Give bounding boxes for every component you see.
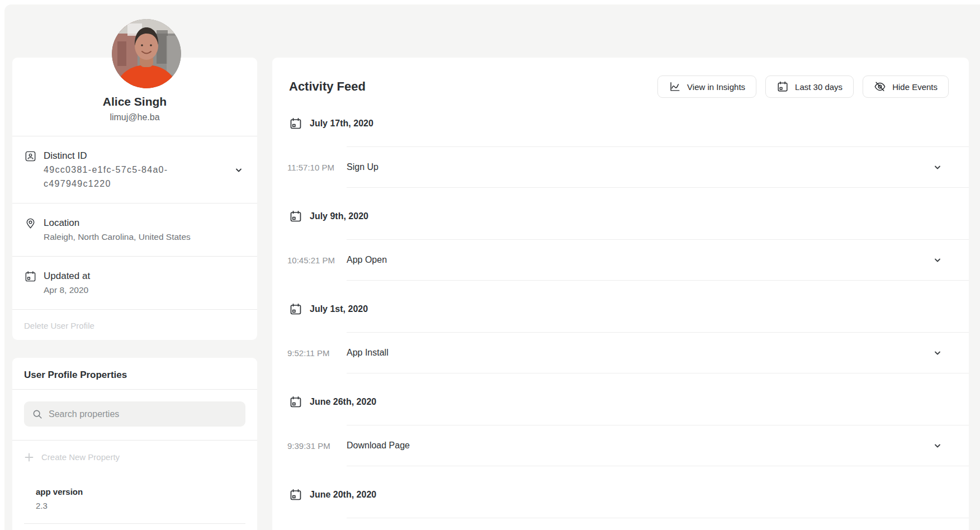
- distinct-id-section: Distinct ID 49cc0381-e1fc-57c5-84a0-c497…: [12, 136, 257, 203]
- event-name: App Install: [347, 348, 389, 358]
- group-date-label: July 17th, 2020: [310, 119, 373, 129]
- date-group-header: July 17th, 2020: [288, 116, 969, 131]
- event-time: 9:39:31 PM: [287, 441, 343, 451]
- distinct-id-value: 49cc0381-e1fc-57c5-84a0-c497949c1220: [44, 163, 189, 191]
- event-name: App Open: [347, 255, 387, 265]
- location-pin-icon: [24, 216, 37, 230]
- create-new-property-button[interactable]: Create New Property: [24, 450, 245, 465]
- event-date-group: July 17th, 2020 11:57:10 PM Sign Up: [288, 116, 969, 188]
- chevron-down-icon[interactable]: [933, 255, 942, 264]
- search-properties-input[interactable]: [49, 409, 238, 419]
- eye-off-icon: [874, 81, 886, 93]
- date-range-label: Last 30 days: [795, 82, 842, 92]
- event-time: 10:45:21 PM: [287, 255, 343, 265]
- chevron-down-icon[interactable]: [933, 348, 942, 357]
- create-new-property-label: Create New Property: [41, 450, 120, 465]
- updated-at-label: Updated at: [44, 269, 228, 283]
- date-range-button[interactable]: Last 30 days: [765, 75, 854, 98]
- group-date-label: June 20th, 2020: [310, 490, 376, 500]
- line-chart-icon: [669, 81, 681, 93]
- event-time: 11:57:10 PM: [287, 163, 343, 172]
- location-section: Location Raleigh, North Carolina, United…: [12, 203, 257, 256]
- hide-events-button[interactable]: Hide Events: [863, 75, 949, 98]
- search-box[interactable]: [24, 401, 245, 427]
- group-date-label: July 9th, 2020: [310, 211, 368, 221]
- date-group-header: July 1st, 2020: [288, 301, 969, 317]
- event-name: Sign Up: [347, 162, 378, 172]
- event-row[interactable]: 9:39:31 PM Download Page: [347, 425, 969, 466]
- profile-card: Alice Singh limuj@he.ba Distinct ID 49cc…: [12, 58, 257, 340]
- group-date-label: June 26th, 2020: [310, 397, 376, 407]
- date-group-header: July 9th, 2020: [288, 209, 969, 224]
- view-in-insights-label: View in Insights: [687, 82, 745, 92]
- user-profile-properties-title: User Profile Properties: [24, 368, 245, 382]
- delete-user-profile-button[interactable]: Delete User Profile: [12, 309, 257, 342]
- search-icon: [32, 409, 43, 420]
- date-group-header: June 26th, 2020: [288, 394, 969, 410]
- date-group-header: June 20th, 2020: [288, 487, 969, 503]
- profile-name: Alice Singh: [24, 93, 245, 110]
- hide-events-label: Hide Events: [892, 82, 938, 92]
- user-profile-properties-card: User Profile Properties: [12, 358, 257, 530]
- calendar-icon: [289, 395, 302, 409]
- calendar-icon: [777, 81, 789, 93]
- calendar-icon: [289, 302, 302, 316]
- property-value: 2.3: [36, 499, 234, 513]
- event-row[interactable]: 9:52:11 PM App Install: [347, 332, 969, 373]
- location-value: Raleigh, North Carolina, United States: [44, 230, 228, 244]
- event-name: Download Page: [347, 441, 410, 451]
- calendar-icon: [24, 269, 37, 283]
- plus-icon: [24, 452, 34, 462]
- group-date-label: July 1st, 2020: [310, 304, 368, 314]
- event-date-group: July 1st, 2020 9:52:11 PM App Install: [288, 301, 969, 373]
- event-row[interactable]: 11:57:10 PM Sign Up: [347, 146, 969, 188]
- distinct-id-label: Distinct ID: [44, 149, 228, 163]
- chevron-down-icon[interactable]: [933, 163, 942, 172]
- search-section: [12, 389, 257, 440]
- property-list-item[interactable]: app version 2.3: [24, 485, 245, 523]
- event-row[interactable]: [347, 518, 969, 530]
- user-profile-page: Alice Singh limuj@he.ba Distinct ID 49cc…: [0, 0, 980, 530]
- divider: [24, 523, 245, 524]
- id-badge-icon: [24, 149, 37, 163]
- activity-feed-header: Activity Feed View in Insights: [288, 58, 969, 98]
- event-date-group: June 26th, 2020 9:39:31 PM Download Page: [288, 394, 969, 466]
- property-name: app version: [36, 485, 234, 499]
- profile-email: limuj@he.ba: [24, 110, 245, 125]
- event-time: 9:52:11 PM: [287, 348, 343, 358]
- avatar: [112, 19, 181, 88]
- activity-feed-card: Activity Feed View in Insights: [272, 58, 969, 530]
- view-in-insights-button[interactable]: View in Insights: [657, 75, 756, 98]
- calendar-icon: [289, 117, 302, 130]
- event-date-group: June 20th, 2020: [288, 487, 969, 530]
- updated-at-value: Apr 8, 2020: [44, 283, 228, 297]
- event-row[interactable]: 10:45:21 PM App Open: [347, 239, 969, 281]
- location-label: Location: [44, 216, 228, 230]
- event-date-group: July 9th, 2020 10:45:21 PM App Open: [288, 209, 969, 281]
- activity-feed-title: Activity Feed: [289, 79, 657, 94]
- updated-at-section: Updated at Apr 8, 2020: [12, 256, 257, 309]
- calendar-icon: [289, 210, 302, 223]
- calendar-icon: [289, 488, 302, 501]
- chevron-down-icon[interactable]: [933, 441, 942, 450]
- chevron-down-icon[interactable]: [234, 165, 245, 174]
